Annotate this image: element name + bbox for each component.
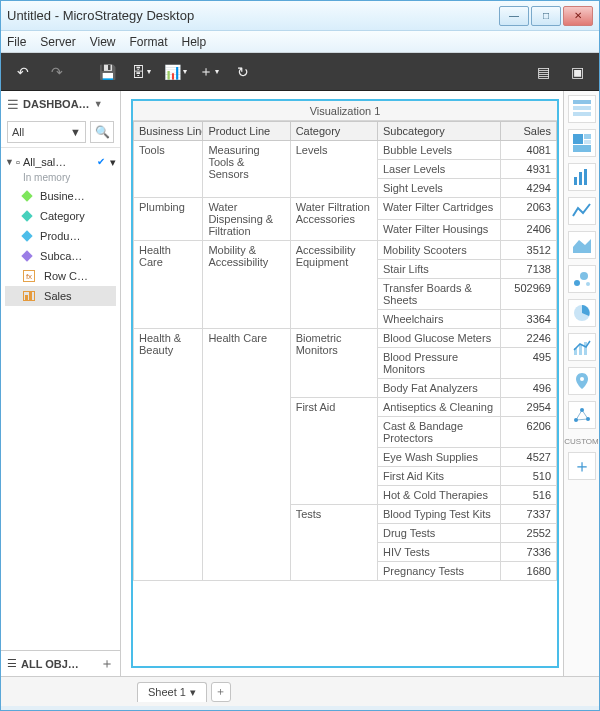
viz-line-button[interactable] — [568, 197, 596, 225]
filter-all-dropdown[interactable]: All▼ — [7, 121, 86, 143]
viz-combo-button[interactable] — [568, 333, 596, 361]
menu-help[interactable]: Help — [182, 35, 207, 49]
add-button[interactable]: ＋▾ — [195, 59, 223, 85]
column-header[interactable]: Business Line — [134, 122, 203, 141]
data-source-button[interactable]: 🗄▾ — [127, 59, 155, 85]
cell-product-line: Measuring Tools & Sensors — [203, 141, 290, 198]
maximize-button[interactable]: □ — [531, 6, 561, 26]
sheet-tab-1[interactable]: Sheet 1 ▾ — [137, 682, 207, 702]
cell-sales: 2552 — [501, 524, 557, 543]
attribute-icon — [21, 190, 32, 201]
viz-bar-button[interactable] — [568, 163, 596, 191]
panel-dashboard-data[interactable]: ☰ DASHBOA… ▼ — [1, 91, 120, 117]
svg-point-22 — [574, 418, 578, 422]
app-window: Untitled - MicroStrategy Desktop — □ ✕ F… — [0, 0, 600, 711]
svg-rect-2 — [573, 112, 591, 116]
cell-product-line: Mobility & Accessibility — [203, 241, 290, 329]
cell-sales: 2954 — [501, 398, 557, 417]
viz-bubble-button[interactable] — [568, 265, 596, 293]
data-grid[interactable]: Business LineProduct LineCategorySubcate… — [133, 121, 557, 666]
add-sheet-button[interactable]: ＋ — [211, 682, 231, 702]
attr-subcategory[interactable]: Subca… — [5, 246, 116, 266]
search-button[interactable]: 🔍 — [90, 121, 114, 143]
cell-category: First Aid — [290, 398, 377, 505]
cell-subcategory: Stair Lifts — [377, 260, 500, 279]
cell-business-line: Tools — [134, 141, 203, 198]
menu-format[interactable]: Format — [129, 35, 167, 49]
svg-rect-16 — [579, 345, 582, 355]
table-row[interactable]: ToolsMeasuring Tools & SensorsLevelsBubb… — [134, 141, 557, 160]
close-button[interactable]: ✕ — [563, 6, 593, 26]
attr-category[interactable]: Category — [5, 206, 116, 226]
cell-subcategory: Drug Tests — [377, 524, 500, 543]
visualization-1[interactable]: Visualization 1 Business LineProduct Lin… — [131, 99, 559, 668]
viz-treemap-button[interactable] — [568, 129, 596, 157]
chevron-down-icon: ▼ — [94, 99, 103, 109]
menu-server[interactable]: Server — [40, 35, 75, 49]
svg-rect-6 — [573, 145, 591, 152]
redo-button[interactable]: ↷ — [43, 59, 71, 85]
menubar: File Server View Format Help — [1, 31, 599, 53]
cell-subcategory: Blood Pressure Monitors — [377, 348, 500, 379]
svg-point-23 — [580, 408, 584, 412]
panel-icon: ☰ — [7, 97, 19, 112]
cell-subcategory: Wheelchairs — [377, 310, 500, 329]
table-row[interactable]: Health CareMobility & AccessibilityAcces… — [134, 241, 557, 260]
menu-view[interactable]: View — [90, 35, 116, 49]
viz-custom-add-button[interactable]: ＋ — [568, 452, 596, 480]
insert-chart-button[interactable]: 📊▾ — [161, 59, 189, 85]
attr-business-line[interactable]: Busine… — [5, 186, 116, 206]
canvas: Visualization 1 Business LineProduct Lin… — [121, 91, 563, 676]
cell-subcategory: Transfer Boards & Sheets — [377, 279, 500, 310]
column-header[interactable]: Category — [290, 122, 377, 141]
cell-sales: 4931 — [501, 160, 557, 179]
minimize-button[interactable]: — — [499, 6, 529, 26]
svg-rect-9 — [584, 169, 587, 185]
cell-sales: 4081 — [501, 141, 557, 160]
dataset-tree: ▼ ▫ All_sal… ✔ ▾ In memory Busine… Categ… — [1, 148, 120, 310]
undo-button[interactable]: ↶ — [9, 59, 37, 85]
viz-network-button[interactable] — [568, 401, 596, 429]
cell-sales: 2406 — [501, 219, 557, 241]
svg-rect-1 — [573, 106, 591, 110]
cell-subcategory: Water Filter Cartridges — [377, 198, 500, 220]
cell-subcategory: Cast & Bandage Protectors — [377, 417, 500, 448]
viz-map-button[interactable] — [568, 367, 596, 395]
cell-subcategory: Eye Wash Supplies — [377, 448, 500, 467]
plus-icon[interactable]: ＋ — [100, 655, 114, 673]
present-button[interactable]: ▤ — [529, 59, 557, 85]
column-header[interactable]: Sales — [501, 122, 557, 141]
cell-sales: 6206 — [501, 417, 557, 448]
table-row[interactable]: PlumbingWater Dispensing & FiltrationWat… — [134, 198, 557, 220]
cell-sales: 502969 — [501, 279, 557, 310]
svg-point-18 — [580, 377, 584, 381]
cell-subcategory: First Aid Kits — [377, 467, 500, 486]
tree-root[interactable]: ▼ ▫ All_sal… ✔ ▾ — [5, 152, 116, 172]
attr-product-line[interactable]: Produ… — [5, 226, 116, 246]
svg-rect-17 — [584, 342, 587, 355]
viz-grid-button[interactable] — [568, 95, 596, 123]
fullscreen-button[interactable]: ▣ — [563, 59, 591, 85]
cube-icon: ▫ — [16, 156, 20, 168]
collapse-icon: ▼ — [5, 157, 13, 167]
viz-pie-button[interactable] — [568, 299, 596, 327]
cell-sales: 7336 — [501, 543, 557, 562]
menu-file[interactable]: File — [7, 35, 26, 49]
metric-sales[interactable]: Sales — [5, 286, 116, 306]
cell-category: Water Filtration Accessories — [290, 198, 377, 241]
table-row[interactable]: Health & BeautyHealth CareBiometric Moni… — [134, 329, 557, 348]
cell-sales: 2246 — [501, 329, 557, 348]
viz-area-button[interactable] — [568, 231, 596, 259]
column-header[interactable]: Subcategory — [377, 122, 500, 141]
svg-point-12 — [580, 272, 588, 280]
save-button[interactable]: 💾 — [93, 59, 121, 85]
refresh-button[interactable]: ↻ — [229, 59, 257, 85]
viz-gallery: CUSTOM ＋ — [563, 91, 599, 676]
cell-subcategory: HIV Tests — [377, 543, 500, 562]
svg-rect-7 — [574, 177, 577, 185]
metric-rowcount[interactable]: fx Row C… — [5, 266, 116, 286]
cell-subcategory: Water Filter Housings — [377, 219, 500, 241]
all-objects-panel[interactable]: ☰ ALL OBJ… ＋ — [1, 650, 120, 676]
column-header[interactable]: Product Line — [203, 122, 290, 141]
cell-product-line: Water Dispensing & Filtration — [203, 198, 290, 241]
